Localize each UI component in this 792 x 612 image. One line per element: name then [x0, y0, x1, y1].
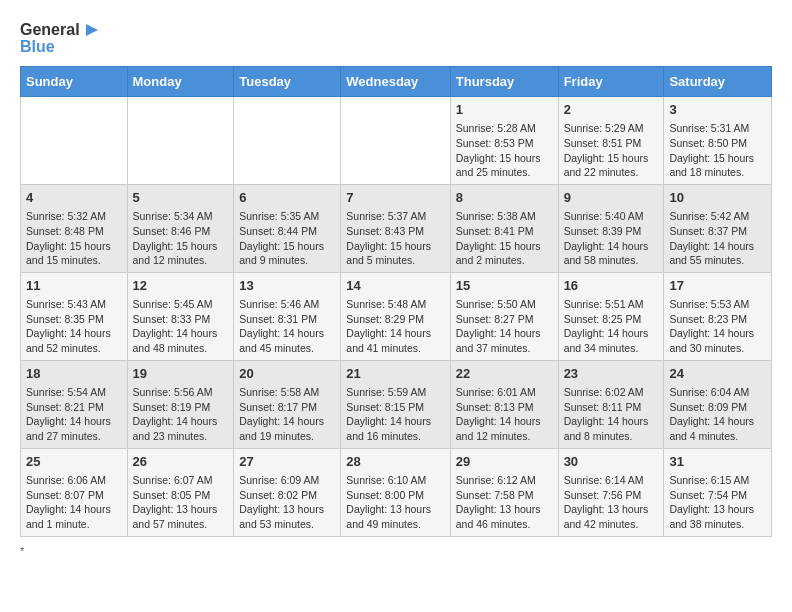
calendar-cell: 10Sunrise: 5:42 AM Sunset: 8:37 PM Dayli… [664, 184, 772, 272]
day-number: 9 [564, 189, 659, 207]
calendar-cell: 5Sunrise: 5:34 AM Sunset: 8:46 PM Daylig… [127, 184, 234, 272]
day-info: Sunrise: 5:51 AM Sunset: 8:25 PM Dayligh… [564, 297, 659, 356]
day-info: Sunrise: 5:50 AM Sunset: 8:27 PM Dayligh… [456, 297, 553, 356]
calendar-cell [127, 97, 234, 185]
day-info: Sunrise: 5:58 AM Sunset: 8:17 PM Dayligh… [239, 385, 335, 444]
day-info: Sunrise: 6:09 AM Sunset: 8:02 PM Dayligh… [239, 473, 335, 532]
day-number: 16 [564, 277, 659, 295]
calendar-cell: 16Sunrise: 5:51 AM Sunset: 8:25 PM Dayli… [558, 272, 664, 360]
calendar-header: SundayMondayTuesdayWednesdayThursdayFrid… [21, 67, 772, 97]
calendar-body: 1Sunrise: 5:28 AM Sunset: 8:53 PM Daylig… [21, 97, 772, 537]
day-number: 29 [456, 453, 553, 471]
day-info: Sunrise: 5:37 AM Sunset: 8:43 PM Dayligh… [346, 209, 444, 268]
day-number: 4 [26, 189, 122, 207]
day-number: 23 [564, 365, 659, 383]
day-info: Sunrise: 6:07 AM Sunset: 8:05 PM Dayligh… [133, 473, 229, 532]
header-cell-friday: Friday [558, 67, 664, 97]
header-cell-thursday: Thursday [450, 67, 558, 97]
day-info: Sunrise: 5:53 AM Sunset: 8:23 PM Dayligh… [669, 297, 766, 356]
day-number: 21 [346, 365, 444, 383]
week-row-4: 25Sunrise: 6:06 AM Sunset: 8:07 PM Dayli… [21, 448, 772, 536]
day-number: 17 [669, 277, 766, 295]
day-info: Sunrise: 5:54 AM Sunset: 8:21 PM Dayligh… [26, 385, 122, 444]
week-row-1: 4Sunrise: 5:32 AM Sunset: 8:48 PM Daylig… [21, 184, 772, 272]
day-number: 2 [564, 101, 659, 119]
calendar-cell: 17Sunrise: 5:53 AM Sunset: 8:23 PM Dayli… [664, 272, 772, 360]
calendar-cell: 9Sunrise: 5:40 AM Sunset: 8:39 PM Daylig… [558, 184, 664, 272]
calendar-cell: 22Sunrise: 6:01 AM Sunset: 8:13 PM Dayli… [450, 360, 558, 448]
day-info: Sunrise: 6:01 AM Sunset: 8:13 PM Dayligh… [456, 385, 553, 444]
header-cell-sunday: Sunday [21, 67, 128, 97]
day-info: Sunrise: 6:12 AM Sunset: 7:58 PM Dayligh… [456, 473, 553, 532]
calendar-cell: 19Sunrise: 5:56 AM Sunset: 8:19 PM Dayli… [127, 360, 234, 448]
day-number: 5 [133, 189, 229, 207]
day-info: Sunrise: 6:06 AM Sunset: 8:07 PM Dayligh… [26, 473, 122, 532]
calendar-cell: 26Sunrise: 6:07 AM Sunset: 8:05 PM Dayli… [127, 448, 234, 536]
calendar-cell [21, 97, 128, 185]
day-info: Sunrise: 5:32 AM Sunset: 8:48 PM Dayligh… [26, 209, 122, 268]
logo: General Blue [20, 20, 102, 56]
calendar-cell: 3Sunrise: 5:31 AM Sunset: 8:50 PM Daylig… [664, 97, 772, 185]
day-info: Sunrise: 5:48 AM Sunset: 8:29 PM Dayligh… [346, 297, 444, 356]
day-number: 3 [669, 101, 766, 119]
day-info: Sunrise: 5:40 AM Sunset: 8:39 PM Dayligh… [564, 209, 659, 268]
logo-blue: Blue [20, 38, 55, 56]
day-info: Sunrise: 5:56 AM Sunset: 8:19 PM Dayligh… [133, 385, 229, 444]
day-number: 15 [456, 277, 553, 295]
day-number: 13 [239, 277, 335, 295]
calendar-cell: 15Sunrise: 5:50 AM Sunset: 8:27 PM Dayli… [450, 272, 558, 360]
day-info: Sunrise: 5:42 AM Sunset: 8:37 PM Dayligh… [669, 209, 766, 268]
calendar-cell: 20Sunrise: 5:58 AM Sunset: 8:17 PM Dayli… [234, 360, 341, 448]
calendar-cell: 2Sunrise: 5:29 AM Sunset: 8:51 PM Daylig… [558, 97, 664, 185]
calendar-cell: 8Sunrise: 5:38 AM Sunset: 8:41 PM Daylig… [450, 184, 558, 272]
day-info: Sunrise: 5:43 AM Sunset: 8:35 PM Dayligh… [26, 297, 122, 356]
day-number: 20 [239, 365, 335, 383]
header: General Blue [20, 20, 772, 56]
calendar-cell [341, 97, 450, 185]
header-cell-monday: Monday [127, 67, 234, 97]
footer-note: * [20, 545, 772, 557]
day-number: 11 [26, 277, 122, 295]
day-number: 24 [669, 365, 766, 383]
calendar-cell: 30Sunrise: 6:14 AM Sunset: 7:56 PM Dayli… [558, 448, 664, 536]
day-info: Sunrise: 5:46 AM Sunset: 8:31 PM Dayligh… [239, 297, 335, 356]
day-number: 6 [239, 189, 335, 207]
calendar-table: SundayMondayTuesdayWednesdayThursdayFrid… [20, 66, 772, 537]
day-number: 7 [346, 189, 444, 207]
calendar-cell: 24Sunrise: 6:04 AM Sunset: 8:09 PM Dayli… [664, 360, 772, 448]
day-info: Sunrise: 6:10 AM Sunset: 8:00 PM Dayligh… [346, 473, 444, 532]
day-number: 22 [456, 365, 553, 383]
day-number: 19 [133, 365, 229, 383]
week-row-3: 18Sunrise: 5:54 AM Sunset: 8:21 PM Dayli… [21, 360, 772, 448]
day-info: Sunrise: 6:02 AM Sunset: 8:11 PM Dayligh… [564, 385, 659, 444]
day-info: Sunrise: 5:34 AM Sunset: 8:46 PM Dayligh… [133, 209, 229, 268]
day-info: Sunrise: 5:38 AM Sunset: 8:41 PM Dayligh… [456, 209, 553, 268]
day-info: Sunrise: 5:28 AM Sunset: 8:53 PM Dayligh… [456, 121, 553, 180]
calendar-cell: 31Sunrise: 6:15 AM Sunset: 7:54 PM Dayli… [664, 448, 772, 536]
day-number: 27 [239, 453, 335, 471]
calendar-cell: 11Sunrise: 5:43 AM Sunset: 8:35 PM Dayli… [21, 272, 128, 360]
svg-marker-0 [86, 24, 98, 36]
calendar-cell: 13Sunrise: 5:46 AM Sunset: 8:31 PM Dayli… [234, 272, 341, 360]
day-number: 14 [346, 277, 444, 295]
day-number: 10 [669, 189, 766, 207]
day-number: 30 [564, 453, 659, 471]
calendar-cell: 7Sunrise: 5:37 AM Sunset: 8:43 PM Daylig… [341, 184, 450, 272]
day-number: 28 [346, 453, 444, 471]
calendar-cell: 27Sunrise: 6:09 AM Sunset: 8:02 PM Dayli… [234, 448, 341, 536]
day-info: Sunrise: 5:35 AM Sunset: 8:44 PM Dayligh… [239, 209, 335, 268]
day-info: Sunrise: 6:04 AM Sunset: 8:09 PM Dayligh… [669, 385, 766, 444]
logo-arrow-icon [82, 20, 102, 40]
header-cell-wednesday: Wednesday [341, 67, 450, 97]
day-info: Sunrise: 5:29 AM Sunset: 8:51 PM Dayligh… [564, 121, 659, 180]
day-number: 8 [456, 189, 553, 207]
week-row-2: 11Sunrise: 5:43 AM Sunset: 8:35 PM Dayli… [21, 272, 772, 360]
day-number: 31 [669, 453, 766, 471]
day-number: 26 [133, 453, 229, 471]
calendar-cell: 12Sunrise: 5:45 AM Sunset: 8:33 PM Dayli… [127, 272, 234, 360]
week-row-0: 1Sunrise: 5:28 AM Sunset: 8:53 PM Daylig… [21, 97, 772, 185]
header-row: SundayMondayTuesdayWednesdayThursdayFrid… [21, 67, 772, 97]
day-info: Sunrise: 5:31 AM Sunset: 8:50 PM Dayligh… [669, 121, 766, 180]
logo-general: General [20, 21, 80, 39]
day-number: 18 [26, 365, 122, 383]
